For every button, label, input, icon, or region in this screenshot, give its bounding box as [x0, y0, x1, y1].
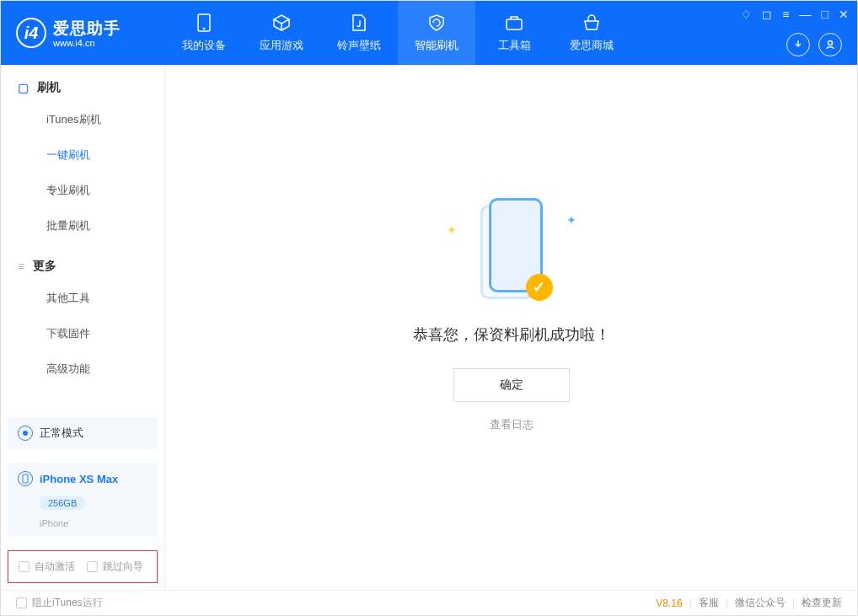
cube-icon	[271, 13, 292, 33]
nav-tab-device[interactable]: 我的设备	[165, 1, 243, 65]
checkbox-box	[19, 561, 29, 572]
window-controls: ♢ ◻ ≡ — □ ✕	[741, 8, 849, 21]
checkbox-skip-guide[interactable]: 跳过向导	[87, 560, 143, 574]
nav-tab-apps[interactable]: 应用游戏	[243, 1, 320, 65]
nav-label: 我的设备	[182, 38, 226, 53]
sidebar-item-batch-flash[interactable]: 批量刷机	[1, 208, 164, 244]
body-area: ▢刷机 iTunes刷机 一键刷机 专业刷机 批量刷机 ≡更多 其他工具 下载固…	[1, 65, 857, 590]
sparkle-icon: ✦	[566, 213, 576, 227]
success-illustration: ✦ ✦ ✓	[474, 198, 550, 308]
app-logo-icon: i4	[16, 18, 46, 48]
footer-service-link[interactable]: 客服	[699, 596, 719, 610]
minimize-button[interactable]: —	[800, 8, 812, 21]
device-name: iPhone XS Max	[40, 473, 118, 485]
nav-label: 智能刷机	[415, 38, 458, 53]
options-row: 自动激活 跳过向导	[8, 550, 158, 583]
nav-label: 爱思商城	[570, 38, 614, 53]
logo-text: 爱思助手 www.i4.cn	[53, 18, 121, 48]
check-circle-icon: ✓	[526, 274, 553, 301]
svg-point-3	[829, 41, 833, 46]
header-right-buttons	[786, 33, 842, 56]
checkbox-label: 自动激活	[35, 560, 75, 574]
checkbox-label: 阻止iTunes运行	[32, 596, 103, 610]
checkbox-box	[87, 561, 98, 572]
success-message: 恭喜您，保资料刷机成功啦！	[413, 324, 610, 345]
nav-label: 应用游戏	[260, 38, 303, 53]
sidebar-group-more: ≡更多	[1, 244, 164, 281]
app-header: i4 爱思助手 www.i4.cn 我的设备 应用游戏 铃声壁纸 智能刷机 工具…	[1, 1, 857, 65]
more-icon: ≡	[18, 260, 24, 273]
svg-point-4	[23, 431, 28, 436]
logo-area: i4 爱思助手 www.i4.cn	[1, 18, 165, 48]
checkbox-auto-activate[interactable]: 自动激活	[19, 560, 75, 574]
nav-tab-store[interactable]: 爱思商城	[553, 1, 630, 65]
phone-icon	[194, 13, 214, 33]
footer-right: V8.16 | 客服 | 微信公众号 | 检查更新	[656, 596, 842, 610]
shirt-icon[interactable]: ♢	[741, 8, 752, 21]
checkbox-label: 跳过向导	[103, 560, 143, 574]
checkbox-block-itunes[interactable]: 阻止iTunes运行	[16, 596, 103, 610]
view-log-link[interactable]: 查看日志	[490, 417, 534, 432]
footer-bar: 阻止iTunes运行 V8.16 | 客服 | 微信公众号 | 检查更新	[1, 590, 857, 615]
sidebar-item-download-fw[interactable]: 下载固件	[1, 316, 164, 351]
nav-tabs: 我的设备 应用游戏 铃声壁纸 智能刷机 工具箱 爱思商城	[165, 1, 630, 65]
user-button[interactable]	[818, 33, 842, 56]
checkbox-box	[16, 597, 27, 608]
version-label: V8.16	[656, 597, 682, 609]
nav-tab-ringtones[interactable]: 铃声壁纸	[320, 1, 398, 65]
sidebar-item-advanced[interactable]: 高级功能	[1, 351, 164, 387]
sidebar-item-pro-flash[interactable]: 专业刷机	[1, 173, 164, 208]
footer-wechat-link[interactable]: 微信公众号	[735, 596, 786, 610]
nav-label: 铃声壁纸	[337, 38, 381, 53]
sidebar-group-flash: ▢刷机	[1, 65, 164, 102]
group-title-label: 更多	[33, 259, 56, 274]
device-mode-block[interactable]: 正常模式	[8, 417, 158, 449]
sidebar: ▢刷机 iTunes刷机 一键刷机 专业刷机 批量刷机 ≡更多 其他工具 下载固…	[1, 65, 165, 590]
svg-rect-5	[23, 474, 28, 483]
device-info-block[interactable]: iPhone XS Max 256GB iPhone	[8, 463, 158, 537]
sidebar-item-onekey-flash[interactable]: 一键刷机	[1, 137, 164, 173]
mode-icon	[18, 426, 33, 441]
main-content: ✦ ✦ ✓ 恭喜您，保资料刷机成功啦！ 确定 查看日志	[165, 65, 857, 590]
toolbox-icon	[504, 13, 524, 33]
device-mode-label: 正常模式	[40, 426, 83, 441]
app-url: www.i4.cn	[53, 38, 121, 48]
lock-icon[interactable]: ◻	[762, 8, 772, 21]
maximize-button[interactable]: □	[822, 8, 829, 21]
download-button[interactable]	[786, 33, 810, 56]
app-title: 爱思助手	[53, 18, 121, 40]
nav-tab-toolbox[interactable]: 工具箱	[475, 1, 553, 65]
sidebar-item-itunes-flash[interactable]: iTunes刷机	[1, 102, 164, 137]
nav-label: 工具箱	[498, 38, 531, 53]
store-icon	[582, 13, 602, 33]
storage-badge: 256GB	[40, 496, 85, 510]
phone-small-icon	[18, 471, 33, 486]
menu-icon[interactable]: ≡	[782, 8, 789, 21]
device-small-icon: ▢	[18, 81, 29, 94]
svg-point-1	[203, 28, 205, 29]
device-type: iPhone	[40, 518, 68, 528]
close-button[interactable]: ✕	[839, 8, 849, 21]
sparkle-icon: ✦	[447, 223, 457, 237]
footer-update-link[interactable]: 检查更新	[802, 596, 842, 610]
ok-button[interactable]: 确定	[453, 368, 570, 402]
sidebar-scroll: ▢刷机 iTunes刷机 一键刷机 专业刷机 批量刷机 ≡更多 其他工具 下载固…	[1, 65, 164, 410]
nav-tab-flash[interactable]: 智能刷机	[398, 1, 475, 65]
group-title-label: 刷机	[37, 80, 61, 95]
refresh-shield-icon	[426, 13, 447, 33]
music-file-icon	[349, 13, 369, 33]
sidebar-item-other-tools[interactable]: 其他工具	[1, 281, 164, 316]
svg-rect-2	[507, 19, 522, 29]
